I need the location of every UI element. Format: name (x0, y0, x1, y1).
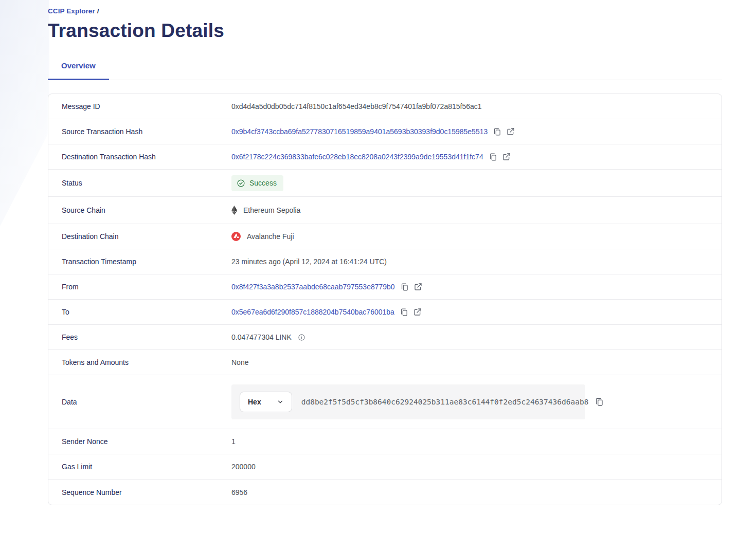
breadcrumb-separator: / (97, 7, 99, 15)
row-label: Message ID (48, 102, 231, 111)
copy-icon[interactable] (493, 127, 501, 136)
avalanche-icon (231, 232, 241, 241)
data-format-select[interactable]: Hex (240, 392, 292, 412)
from-address-link[interactable]: 0x8f427f3a3a8b2537aabde68caab797553e8779… (231, 283, 395, 291)
transaction-details-card: Message ID 0xd4d4a5d0db05dc714f8150c1af6… (48, 94, 722, 505)
check-circle-icon (237, 179, 245, 188)
external-link-icon[interactable] (507, 127, 515, 136)
status-badge-label: Success (249, 179, 277, 187)
source-tx-hash-link[interactable]: 0x9b4cf3743ccba69fa5277830716519859a9401… (231, 127, 488, 136)
message-id-value: 0xd4d4a5d0db05dc714f8150c1af654ed34eb8c9… (231, 102, 482, 111)
source-chain: Ethereum Sepolia (231, 206, 300, 215)
data-hex-box: Hex dd8be2f5f5d5cf3b8640c62924025b311ae8… (231, 384, 585, 419)
row-label: Sequence Number (48, 488, 231, 496)
row-label: Fees (48, 333, 231, 341)
info-icon[interactable] (298, 334, 305, 341)
to-address-link[interactable]: 0x5e67ea6d6f290f857c1888204b7540bac76001… (231, 308, 394, 316)
table-row-dest-chain: Destination Chain Avalanche Fuji (48, 224, 722, 249)
external-link-icon[interactable] (502, 153, 511, 161)
tab-bar: Overview (48, 61, 722, 80)
copy-icon[interactable] (400, 308, 408, 317)
table-row-source-tx-hash: Source Transaction Hash 0x9b4cf3743ccba6… (48, 119, 722, 144)
row-label: To (48, 308, 231, 316)
dest-chain: Avalanche Fuji (231, 232, 294, 241)
data-hex-value: dd8be2f5f5d5cf3b8640c62924025b311ae83c61… (301, 398, 589, 406)
row-label: Destination Chain (48, 232, 231, 241)
row-label: Source Chain (48, 206, 231, 214)
table-row-fees: Fees 0.047477304 LINK (48, 325, 722, 350)
sender-nonce-value: 1 (231, 437, 236, 446)
row-label: From (48, 283, 231, 291)
row-label: Data (48, 398, 231, 406)
table-row-timestamp: Transaction Timestamp 23 minutes ago (Ap… (48, 249, 722, 274)
tab-overview[interactable]: Overview (48, 61, 109, 80)
row-label: Gas Limit (48, 463, 231, 471)
table-row-status: Status Success (48, 170, 722, 197)
copy-icon[interactable] (400, 283, 409, 291)
row-label: Sender Nonce (48, 437, 231, 446)
dest-chain-name: Avalanche Fuji (247, 232, 294, 241)
copy-icon[interactable] (489, 153, 497, 161)
data-format-selected: Hex (248, 398, 261, 406)
table-row-message-id: Message ID 0xd4d4a5d0db05dc714f8150c1af6… (48, 94, 722, 119)
dest-tx-hash-link[interactable]: 0x6f2178c224c369833bafe6c028eb18ec8208a0… (231, 153, 483, 161)
table-row-gas-limit: Gas Limit 200000 (48, 454, 722, 480)
page-title: Transaction Details (48, 20, 722, 42)
copy-icon[interactable] (595, 397, 604, 407)
ethereum-icon (231, 206, 237, 215)
page-container: CCIP Explorer / Transaction Details Over… (48, 0, 722, 505)
status-badge: Success (231, 175, 283, 191)
external-link-icon[interactable] (413, 308, 422, 316)
table-row-dest-tx-hash: Destination Transaction Hash 0x6f2178c22… (48, 144, 722, 170)
breadcrumb-link-ccip-explorer[interactable]: CCIP Explorer (48, 7, 95, 15)
tokens-value: None (231, 358, 248, 366)
row-label: Tokens and Amounts (48, 358, 231, 366)
breadcrumb: CCIP Explorer / (48, 7, 722, 15)
table-row-sequence-number: Sequence Number 6956 (48, 480, 722, 505)
background-gradient-decoration (0, 0, 49, 226)
row-label: Source Transaction Hash (48, 127, 231, 136)
source-chain-name: Ethereum Sepolia (243, 206, 300, 214)
table-row-source-chain: Source Chain Ethereum Sepolia (48, 197, 722, 224)
timestamp-value: 23 minutes ago (April 12, 2024 at 16:41:… (231, 257, 387, 266)
gas-limit-value: 200000 (231, 463, 256, 471)
table-row-tokens: Tokens and Amounts None (48, 350, 722, 375)
table-row-from: From 0x8f427f3a3a8b2537aabde68caab797553… (48, 274, 722, 300)
row-label: Destination Transaction Hash (48, 153, 231, 161)
sequence-number-value: 6956 (231, 488, 247, 496)
table-row-data: Data Hex dd8be2f5f5d5cf3b8640c62924025b3… (48, 375, 722, 429)
fees-value: 0.047477304 LINK (231, 333, 292, 341)
chevron-down-icon (277, 398, 284, 406)
table-row-sender-nonce: Sender Nonce 1 (48, 429, 722, 454)
external-link-icon[interactable] (414, 283, 422, 291)
table-row-to: To 0x5e67ea6d6f290f857c1888204b7540bac76… (48, 300, 722, 325)
row-label: Status (48, 179, 231, 187)
row-label: Transaction Timestamp (48, 257, 231, 266)
